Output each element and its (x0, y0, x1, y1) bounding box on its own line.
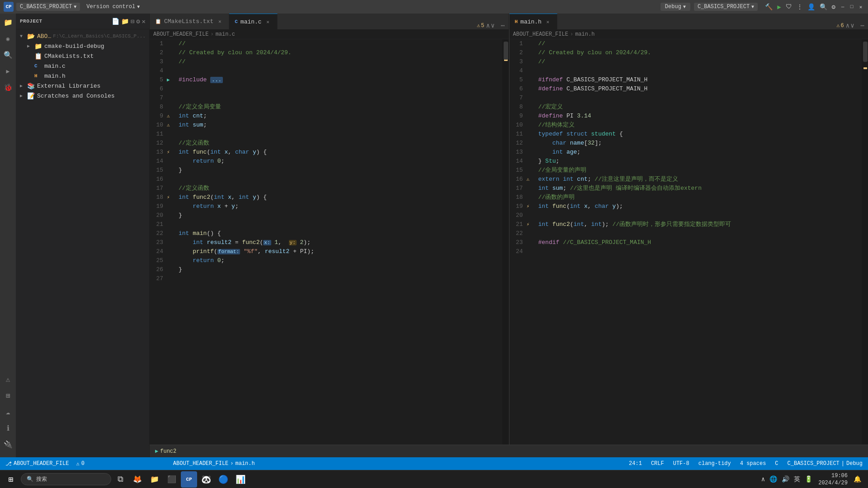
minimize-button[interactable]: — (839, 3, 846, 10)
more-actions-icon[interactable]: ⋮ (797, 3, 803, 11)
taskbar-browser-icon[interactable]: 🦊 (129, 471, 146, 488)
taskbar-app2-icon[interactable]: 🔵 (215, 471, 231, 488)
tab-cmakelists-close[interactable]: ✕ (216, 18, 223, 25)
activity-services-icon[interactable]: ☁ (1, 405, 15, 419)
status-warnings[interactable]: ⚠ 0 (74, 460, 86, 467)
status-language[interactable]: C (773, 460, 780, 467)
sidebar-item-mainc[interactable]: ▶ C main.c (16, 61, 149, 71)
activity-bar: 📁 ◉ 🔍 ▶ 🐞 ⚠ ⊞ ☁ ℹ 🔌 (0, 14, 16, 457)
taskbar-clion-icon[interactable]: CP (181, 471, 197, 488)
sidebar-new-file-icon[interactable]: 📄 (112, 18, 119, 25)
taskbar-explorer-icon[interactable]: 📁 (146, 471, 163, 488)
left-code[interactable]: // // Created by clou on 2024/4/29. // #… (176, 39, 502, 445)
run-icon[interactable]: ▶ (777, 3, 781, 11)
status-right: 24:1 CRLF UTF-8 clang-tidy 4 spaces C C_… (627, 460, 864, 467)
search-everywhere-icon[interactable]: 🔍 (820, 3, 827, 11)
left-warning-up-icon[interactable]: ∧ (486, 22, 490, 29)
sidebar-new-folder-icon[interactable]: 📁 (121, 18, 129, 25)
status-indent[interactable]: 4 spaces (738, 460, 768, 467)
sidebar-item-cmakelists[interactable]: ▶ 📋 CMakeLists.txt (16, 51, 149, 61)
activity-search-icon[interactable]: 🔍 (1, 48, 15, 62)
project-selector[interactable]: C_BASICS_PROJECT ▼ (16, 3, 80, 11)
right-warning-up-icon[interactable]: ∧ (846, 22, 849, 29)
activity-git-icon[interactable]: ◉ (1, 32, 15, 46)
left-scroll-thumb[interactable] (504, 42, 508, 60)
taskbar-app3-icon[interactable]: 📊 (232, 471, 249, 488)
left-breadcrumb: ABOUT_HEADER_FILE › main.c (150, 29, 509, 39)
left-breadcrumb-root[interactable]: ABOUT_HEADER_FILE (153, 31, 208, 38)
sidebar-root[interactable]: ▼ 📂 ABOUT_HEADER_FILE F:\C_Learn_Basics\… (16, 31, 149, 41)
right-scrollbar[interactable] (862, 39, 868, 445)
status-encoding-label: UTF-8 (673, 460, 689, 467)
taskbar-app1-icon[interactable]: 🐼 (198, 471, 214, 488)
status-crlf[interactable]: CRLF (649, 460, 666, 467)
right-code[interactable]: // // Created by clou on 2024/4/29. // #… (536, 39, 862, 445)
tray-battery-icon[interactable]: 🔋 (803, 475, 814, 483)
tab-cmakelists-icon: 📋 (155, 19, 161, 24)
right-tab-more-icon[interactable]: ⋯ (857, 22, 868, 29)
left-tab-more-icon[interactable]: ⋯ (497, 22, 508, 29)
sidebar-item-external-libs[interactable]: ▶ 📚 External Libraries (16, 81, 149, 91)
right-warning-down-icon[interactable]: ∨ (850, 22, 854, 29)
right-breadcrumb-file[interactable]: main.h (575, 31, 594, 38)
status-branch[interactable]: ⎇ ABOUT_HEADER_FILE (4, 460, 71, 467)
activity-debug-icon[interactable]: 🐞 (1, 80, 15, 95)
coverage-icon[interactable]: 🛡 (786, 3, 792, 10)
left-tab-bar: 📋 CMakeLists.txt ✕ C main.c ✕ ⚠ 5 ∧ (150, 14, 509, 29)
settings-icon[interactable]: ⚙ (832, 3, 835, 11)
right-line-numbers: 12345 678910 1112131415 1617181920 21222… (509, 39, 527, 445)
activity-project-icon[interactable]: 📁 (1, 15, 15, 30)
taskbar-start-button[interactable]: ⊞ (2, 471, 20, 488)
right-scroll-thumb[interactable] (863, 42, 868, 62)
left-breadcrumb-file[interactable]: main.c (216, 31, 235, 38)
status-linter[interactable]: clang-tidy (697, 460, 733, 467)
sidebar-collapse-icon[interactable]: ⊟ (131, 18, 134, 25)
run-config-button[interactable]: C_BASICS_PROJECT ▼ (694, 3, 758, 11)
external-libs-expand-icon: ▶ (20, 83, 27, 89)
right-tab-bar: H main.h ✕ ⚠ 6 ∧ ∨ ⋯ (509, 14, 868, 29)
tray-input-icon[interactable]: 英 (793, 475, 802, 483)
tray-network-icon[interactable]: 🌐 (768, 475, 778, 483)
cmake-build-folder-icon: 📁 (34, 42, 42, 50)
status-project-config[interactable]: C_BASICS_PROJECT | Debug (786, 460, 864, 467)
activity-terminal-icon[interactable]: ⊞ (1, 389, 15, 403)
version-control-button[interactable]: Version control ▼ (83, 3, 143, 11)
status-encoding[interactable]: UTF-8 (671, 460, 691, 467)
sidebar-item-cmake-build[interactable]: ▶ 📁 cmake-build-debug (16, 41, 149, 51)
user-icon[interactable]: 👤 (807, 3, 815, 11)
taskbar-search[interactable]: 🔍 搜索 (21, 473, 111, 485)
tab-mainh-close[interactable]: ✕ (544, 18, 552, 25)
sidebar-mainh-label: main.h (44, 73, 66, 80)
sidebar-mainc-label: main.c (44, 63, 66, 70)
status-position[interactable]: 24:1 (627, 460, 644, 467)
tray-notifications-icon[interactable]: 🔔 (852, 475, 863, 483)
maximize-button[interactable]: □ (848, 3, 855, 10)
tab-cmakelists[interactable]: 📋 CMakeLists.txt ✕ (150, 14, 229, 29)
tab-mainc-close[interactable]: ✕ (264, 18, 272, 25)
close-button[interactable]: ✕ (857, 3, 864, 10)
tray-sound-icon[interactable]: 🔊 (780, 475, 791, 483)
tab-mainh[interactable]: H main.h ✕ (509, 14, 557, 29)
status-warning-icon: ⚠ (76, 460, 79, 467)
activity-plugins-icon[interactable]: 🔌 (1, 437, 15, 452)
activity-run-icon[interactable]: ▶ (1, 64, 15, 79)
sidebar-settings-icon[interactable]: ⚙ (136, 18, 140, 25)
right-breadcrumb-root[interactable]: ABOUT_HEADER_FILE (513, 31, 568, 38)
left-scrollbar[interactable] (502, 39, 509, 445)
tab-mainc[interactable]: C main.c ✕ (229, 14, 277, 29)
activity-info-icon[interactable]: ℹ (1, 421, 15, 436)
sidebar-external-libs-label: External Libraries (37, 83, 100, 89)
clock[interactable]: 19:06 2024/4/29 (816, 472, 850, 487)
sidebar-item-mainh[interactable]: ▶ H main.h (16, 71, 149, 81)
activity-problems-icon[interactable]: ⚠ (1, 372, 15, 387)
left-warning-down-icon[interactable]: ∨ (491, 22, 495, 29)
taskbar-terminal-icon[interactable]: ⬛ (164, 471, 180, 488)
hammer-icon[interactable]: 🔨 (765, 3, 773, 11)
sidebar-item-scratches[interactable]: ▶ 📝 Scratches and Consoles (16, 91, 149, 101)
debug-config-button[interactable]: Debug ▼ (660, 3, 690, 11)
sidebar-close-icon[interactable]: ✕ (142, 18, 146, 25)
version-control-label: Version control (86, 4, 135, 10)
left-code-area: 12345 678910 1112131415 1617181920 21222… (150, 39, 509, 445)
tray-up-icon[interactable]: ∧ (760, 475, 766, 483)
taskbar-task-view[interactable]: ⧉ (112, 471, 128, 488)
